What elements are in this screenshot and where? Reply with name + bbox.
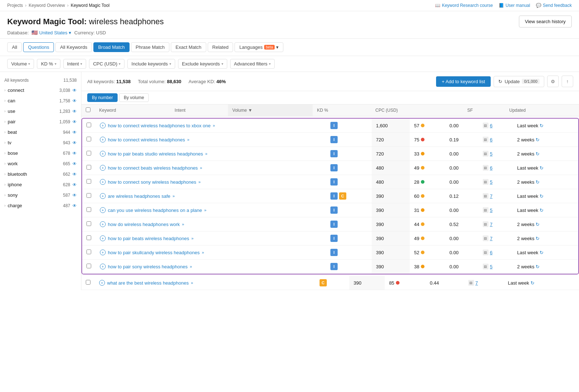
view-history-button[interactable]: View search history bbox=[519, 16, 572, 27]
sidebar-item[interactable]: › can 1,758 👁 bbox=[0, 95, 81, 106]
update-refresh-icon[interactable]: ↻ bbox=[540, 208, 544, 213]
sort-by-number-tab[interactable]: By number bbox=[87, 93, 118, 102]
eye-icon[interactable]: 👁 bbox=[72, 161, 77, 166]
sidebar-item[interactable]: › bose 678 👁 bbox=[0, 148, 81, 158]
sidebar-item[interactable]: › iphone 628 👁 bbox=[0, 179, 81, 190]
eye-icon[interactable]: 👁 bbox=[72, 203, 77, 208]
tab-exact-match[interactable]: Exact Match bbox=[171, 42, 206, 52]
tab-questions[interactable]: Questions bbox=[23, 42, 54, 52]
row-checkbox[interactable] bbox=[86, 250, 91, 254]
update-refresh-icon[interactable]: ↻ bbox=[540, 165, 544, 171]
sf-number-link[interactable]: 7 bbox=[490, 222, 493, 227]
th-cpc[interactable]: CPC (USD) bbox=[371, 105, 463, 116]
sf-number-link[interactable]: 5 bbox=[490, 264, 493, 269]
sf-number-link[interactable]: 7 bbox=[490, 193, 493, 199]
keyword-link[interactable]: + how to connect wireless headphones to … bbox=[100, 123, 322, 128]
sf-number-link[interactable]: 6 bbox=[490, 123, 493, 128]
keyword-link[interactable]: + can you use wireless headphones on a p… bbox=[100, 207, 322, 213]
row-checkbox[interactable] bbox=[86, 165, 91, 170]
sf-number-link[interactable]: 6 bbox=[490, 165, 493, 171]
row-checkbox[interactable] bbox=[86, 207, 91, 212]
user-manual-link[interactable]: 📘 User manual bbox=[499, 3, 530, 8]
update-button[interactable]: ↻ Update 0/1,000 bbox=[494, 76, 544, 87]
row-checkbox[interactable] bbox=[86, 179, 91, 184]
keyword-link[interactable]: + how to pair beats wireless headphones … bbox=[100, 235, 322, 241]
settings-button[interactable]: ⚙ bbox=[547, 76, 559, 87]
filter-volume[interactable]: Volume ▾ bbox=[7, 59, 34, 69]
filter-kd[interactable]: KD % ▾ bbox=[37, 59, 60, 69]
keyword-link[interactable]: + what are the best wireless headphones … bbox=[99, 280, 311, 286]
tab-related[interactable]: Related bbox=[208, 42, 233, 52]
filter-exclude-keywords[interactable]: Exclude keywords ▾ bbox=[178, 59, 227, 69]
eye-icon[interactable]: 👁 bbox=[72, 119, 77, 124]
row-checkbox[interactable] bbox=[86, 137, 91, 141]
eye-icon[interactable]: 👁 bbox=[72, 130, 77, 135]
filter-include-keywords[interactable]: Include keywords ▾ bbox=[127, 59, 175, 69]
keyword-link[interactable]: + how to pair sony wireless headphones » bbox=[100, 264, 322, 269]
update-refresh-icon[interactable]: ↻ bbox=[540, 123, 544, 128]
sf-number-link[interactable]: 6 bbox=[490, 137, 493, 142]
keyword-link[interactable]: + how to connect wireless headphones » bbox=[100, 137, 322, 142]
sf-number-link[interactable]: 5 bbox=[490, 208, 493, 213]
eye-icon[interactable]: 👁 bbox=[72, 88, 77, 93]
th-sf[interactable]: SF bbox=[463, 105, 505, 116]
row-checkbox[interactable] bbox=[86, 235, 91, 240]
update-refresh-icon[interactable]: ↻ bbox=[536, 236, 540, 241]
sf-number-link[interactable]: 5 bbox=[490, 179, 493, 185]
keyword-link[interactable]: + how do wireless headphones work » bbox=[100, 221, 322, 227]
update-refresh-icon[interactable]: ↻ bbox=[536, 179, 540, 185]
tab-all-keywords[interactable]: All Keywords bbox=[55, 42, 92, 52]
sidebar-item[interactable]: › sony 587 👁 bbox=[0, 190, 81, 200]
eye-icon[interactable]: 👁 bbox=[72, 151, 77, 156]
row-checkbox[interactable] bbox=[86, 280, 90, 285]
breadcrumb-overview[interactable]: Keyword Overview bbox=[29, 3, 65, 8]
sidebar-item[interactable]: › connect 3,038 👁 bbox=[0, 85, 81, 95]
add-to-keyword-list-button[interactable]: + Add to keyword list bbox=[436, 76, 491, 87]
keyword-link[interactable]: + how to connect beats wireless headphon… bbox=[100, 165, 322, 171]
eye-icon[interactable]: 👁 bbox=[72, 109, 77, 114]
send-feedback-link[interactable]: 💬 Send feedback bbox=[536, 3, 572, 8]
keyword-link[interactable]: + how to connect sony wireless headphone… bbox=[100, 179, 322, 185]
row-checkbox[interactable] bbox=[86, 264, 91, 268]
tab-phrase-match[interactable]: Phrase Match bbox=[131, 42, 169, 52]
select-all-checkbox[interactable] bbox=[86, 107, 90, 112]
sf-number-link[interactable]: 7 bbox=[490, 236, 493, 241]
update-refresh-icon[interactable]: ↻ bbox=[531, 280, 534, 286]
row-checkbox[interactable] bbox=[86, 221, 91, 226]
filter-intent[interactable]: Intent ▾ bbox=[63, 59, 86, 69]
keyword-research-course-link[interactable]: 📖 Keyword Research course bbox=[435, 3, 493, 8]
sidebar-item[interactable]: › tv 943 👁 bbox=[0, 137, 81, 148]
th-kd[interactable]: KD % bbox=[313, 105, 371, 116]
sidebar-item[interactable]: › use 1,283 👁 bbox=[0, 106, 81, 116]
export-button[interactable]: ↑ bbox=[562, 76, 573, 87]
tab-broad-match[interactable]: Broad Match bbox=[93, 42, 130, 52]
th-intent[interactable]: Intent bbox=[170, 105, 228, 116]
sidebar-item[interactable]: › work 665 👁 bbox=[0, 158, 81, 169]
update-refresh-icon[interactable]: ↻ bbox=[536, 137, 540, 142]
th-volume[interactable]: Volume ▼ bbox=[228, 105, 313, 116]
eye-icon[interactable]: 👁 bbox=[72, 140, 77, 145]
sidebar-item[interactable]: › charge 487 👁 bbox=[0, 200, 81, 211]
th-keyword[interactable]: Keyword bbox=[95, 105, 170, 116]
eye-icon[interactable]: 👁 bbox=[72, 98, 77, 103]
update-refresh-icon[interactable]: ↻ bbox=[540, 250, 544, 255]
keyword-link[interactable]: + how to pair skullcandy wireless headph… bbox=[100, 250, 322, 255]
tab-languages[interactable]: Languages beta ▾ bbox=[234, 42, 283, 52]
sf-number-link[interactable]: 7 bbox=[476, 280, 478, 286]
database-selector[interactable]: 🇺🇸 United States ▾ bbox=[31, 30, 71, 35]
row-checkbox[interactable] bbox=[86, 151, 91, 155]
breadcrumb-projects[interactable]: Projects bbox=[7, 3, 23, 8]
row-checkbox[interactable] bbox=[86, 193, 91, 198]
th-updated[interactable]: Updated bbox=[505, 105, 579, 116]
update-refresh-icon[interactable]: ↻ bbox=[540, 193, 544, 199]
row-checkbox[interactable] bbox=[86, 123, 91, 127]
update-refresh-icon[interactable]: ↻ bbox=[536, 264, 540, 269]
sf-number-link[interactable]: 6 bbox=[490, 250, 493, 255]
sidebar-item[interactable]: › beat 944 👁 bbox=[0, 127, 81, 137]
sidebar-item[interactable]: › bluetooth 662 👁 bbox=[0, 169, 81, 179]
filter-advanced[interactable]: Advanced filters ▾ bbox=[230, 59, 275, 69]
filter-cpc[interactable]: CPC (USD) ▾ bbox=[89, 59, 124, 69]
eye-icon[interactable]: 👁 bbox=[72, 172, 77, 177]
update-refresh-icon[interactable]: ↻ bbox=[536, 151, 540, 157]
eye-icon[interactable]: 👁 bbox=[72, 182, 77, 187]
